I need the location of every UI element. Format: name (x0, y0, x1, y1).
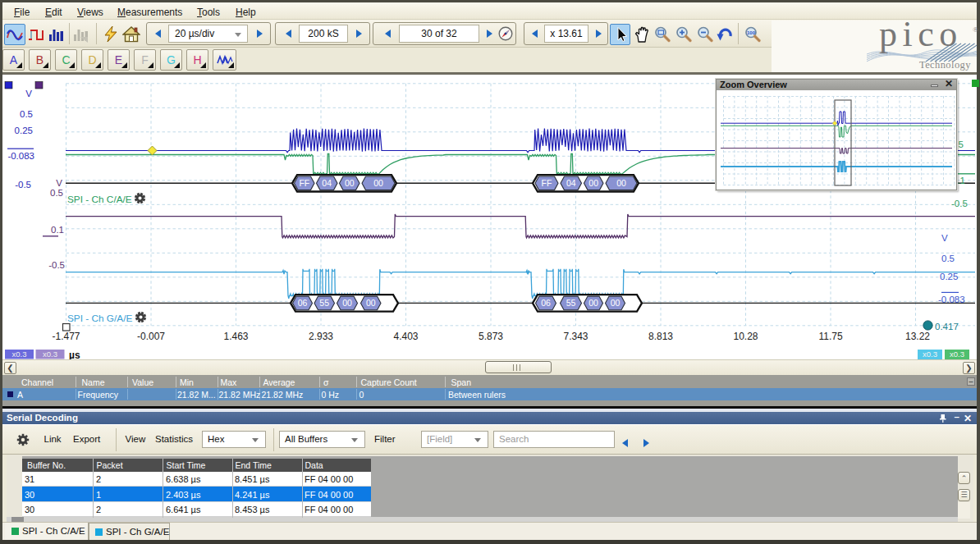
svg-text:13.22: 13.22 (905, 331, 930, 342)
svg-text:00: 00 (342, 298, 352, 308)
svg-text:FF: FF (542, 178, 552, 188)
svg-text:00: 00 (616, 178, 626, 188)
svg-text:04: 04 (566, 178, 576, 188)
svg-text:0.5: 0.5 (50, 188, 63, 198)
svg-text:-0.083: -0.083 (938, 295, 965, 304)
svg-text:00: 00 (611, 298, 621, 308)
svg-text:x0.3: x0.3 (43, 350, 57, 359)
svg-text:8.813: 8.813 (648, 331, 673, 342)
svg-text:0.417: 0.417 (935, 322, 959, 331)
svg-text:0.5: 0.5 (941, 254, 955, 263)
svg-text:55: 55 (319, 298, 329, 308)
svg-text:0.25: 0.25 (15, 126, 33, 135)
svg-text:-0.083: -0.083 (7, 151, 34, 161)
svg-text:00: 00 (588, 178, 598, 188)
svg-text:SPI - Ch C/A/E: SPI - Ch C/A/E (67, 194, 132, 205)
svg-text:06: 06 (298, 298, 308, 308)
svg-text:0.25: 0.25 (940, 272, 958, 281)
svg-text:-0.5: -0.5 (48, 260, 65, 270)
svg-text:11.75: 11.75 (818, 331, 842, 342)
svg-text:FF: FF (299, 178, 309, 188)
svg-text:4.403: 4.403 (393, 331, 418, 342)
svg-text:-1.477: -1.477 (52, 331, 80, 342)
svg-text:10.28: 10.28 (733, 331, 758, 342)
svg-text:100: 100 (747, 30, 756, 35)
svg-text:55: 55 (566, 298, 576, 308)
svg-text:SPI - Ch G/A/E: SPI - Ch G/A/E (67, 313, 132, 324)
svg-text:-0.007: -0.007 (137, 331, 165, 342)
svg-text:04: 04 (322, 178, 332, 188)
svg-text:-0.5: -0.5 (951, 199, 968, 208)
svg-text:0.5: 0.5 (20, 109, 33, 119)
svg-text:00: 00 (366, 298, 376, 308)
svg-text:V: V (56, 178, 62, 188)
svg-text:2.933: 2.933 (309, 331, 333, 342)
svg-text:5.873: 5.873 (479, 331, 503, 342)
svg-text:V: V (941, 233, 948, 243)
svg-text:x0.3: x0.3 (12, 350, 27, 359)
svg-text:06: 06 (541, 298, 551, 308)
svg-text:µs: µs (69, 350, 80, 360)
svg-text:0.1: 0.1 (51, 225, 64, 235)
svg-text:V: V (25, 89, 32, 98)
svg-text:7.343: 7.343 (563, 331, 588, 342)
svg-text:00: 00 (345, 178, 355, 188)
svg-text:00: 00 (588, 298, 598, 308)
svg-text:1.463: 1.463 (223, 331, 248, 342)
svg-text:-0.5: -0.5 (15, 180, 31, 190)
svg-text:00: 00 (373, 178, 383, 188)
